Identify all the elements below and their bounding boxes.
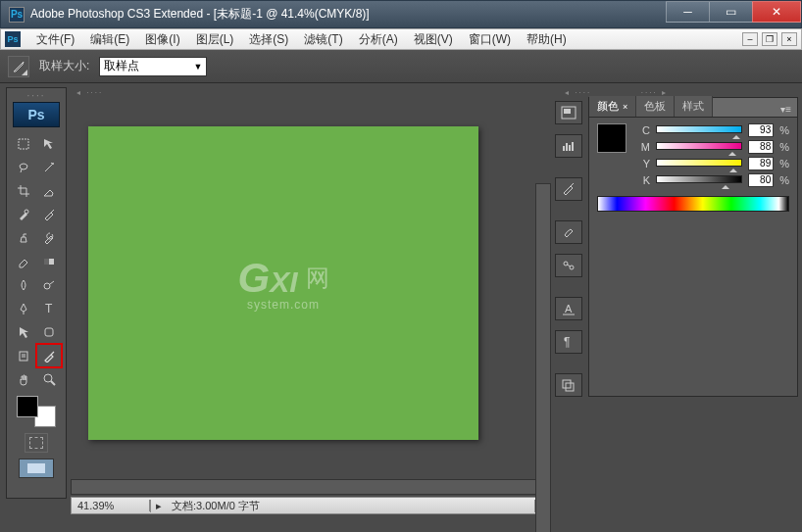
clone-stamp-tool[interactable] [12, 227, 35, 249]
styles-tab[interactable]: 样式 [675, 96, 713, 117]
svg-rect-7 [45, 328, 53, 336]
menu-layer[interactable]: 图层(L) [188, 29, 242, 50]
move-tool[interactable] [37, 133, 61, 155]
magic-wand-tool[interactable] [37, 157, 61, 178]
document-canvas[interactable]: GXI网 system.com [88, 126, 478, 440]
cyan-slider-row: C 93 % [636, 123, 789, 137]
healing-brush-tool[interactable] [12, 204, 35, 225]
eraser-tool[interactable] [12, 251, 35, 272]
clone-source-panel-icon[interactable] [555, 254, 582, 277]
marquee-tool[interactable] [12, 133, 35, 155]
crop-tool[interactable] [12, 180, 35, 202]
quick-mask-toggle[interactable] [25, 433, 48, 453]
menu-help[interactable]: 帮助(H) [519, 29, 575, 50]
eyedropper-tool[interactable] [37, 345, 61, 366]
ps-logo: Ps [13, 102, 60, 127]
screen-mode-toggle[interactable] [19, 459, 54, 478]
menu-file[interactable]: 文件(F) [28, 29, 82, 50]
cyan-slider[interactable] [656, 125, 742, 135]
right-dock: ◂ ···· ···· ▸ A ¶ 颜色× 色板 样式 ▾≡ [555, 83, 802, 514]
panel-tabs: 颜色× 色板 样式 ▾≡ [589, 98, 797, 118]
svg-point-2 [25, 210, 28, 214]
maximize-button[interactable]: ▭ [709, 1, 753, 23]
app-icon: Ps [9, 7, 25, 23]
close-button[interactable]: ✕ [752, 1, 801, 23]
yellow-value-input[interactable]: 89 [748, 157, 774, 170]
yellow-label: Y [636, 158, 650, 169]
magenta-slider-row: M 88 % [636, 140, 789, 154]
svg-point-11 [44, 374, 52, 382]
document-info[interactable]: 文档:3.00M/0 字节 [166, 499, 534, 513]
menu-image[interactable]: 图像(I) [137, 29, 187, 50]
svg-rect-18 [572, 142, 574, 151]
layer-comps-panel-icon[interactable] [555, 373, 582, 397]
cyan-value-input[interactable]: 93 [748, 123, 774, 137]
toolbox-grip[interactable] [17, 92, 56, 98]
type-tool[interactable]: T [37, 298, 61, 319]
menu-bar: Ps 文件(F) 编辑(E) 图像(I) 图层(L) 选择(S) 滤镜(T) 分… [0, 28, 802, 50]
menu-view[interactable]: 视图(V) [406, 29, 461, 50]
dodge-tool[interactable] [37, 274, 61, 296]
yellow-slider[interactable] [656, 159, 742, 169]
character-panel-icon[interactable]: A [555, 297, 582, 320]
dock-icon-column: A ¶ [555, 97, 584, 397]
notes-tool[interactable] [12, 345, 35, 366]
color-spectrum[interactable] [597, 196, 789, 212]
options-bar: 取样大小: 取样点 ▼ [0, 50, 802, 83]
shape-tool[interactable] [37, 321, 61, 343]
paragraph-panel-icon[interactable]: ¶ [555, 330, 582, 354]
lasso-tool[interactable] [12, 157, 35, 178]
current-tool-icon[interactable] [8, 56, 29, 77]
vertical-scrollbar[interactable] [535, 183, 551, 532]
hand-tool[interactable] [12, 368, 35, 390]
minimize-button[interactable]: ─ [666, 1, 710, 23]
zoom-tool[interactable] [37, 368, 61, 390]
gradient-tool[interactable] [37, 251, 61, 272]
foreground-color-swatch[interactable] [17, 396, 38, 417]
menu-select[interactable]: 选择(S) [241, 29, 296, 50]
doc-restore-button[interactable]: ❐ [762, 32, 777, 46]
menu-filter[interactable]: 滤镜(T) [296, 29, 350, 50]
menu-window[interactable]: 窗口(W) [461, 29, 519, 50]
pen-tool[interactable] [12, 298, 35, 319]
svg-text:¶: ¶ [564, 335, 570, 349]
black-slider-row: K 80 % [636, 173, 789, 187]
svg-rect-14 [564, 109, 571, 114]
color-preview-swatch[interactable] [597, 123, 627, 153]
svg-rect-3 [44, 259, 54, 265]
navigator-panel-icon[interactable] [555, 101, 582, 124]
sample-size-select[interactable]: 取样点 ▼ [99, 57, 207, 76]
doc-close-button[interactable]: × [781, 32, 797, 46]
percent-label: % [779, 141, 789, 153]
magenta-value-input[interactable]: 88 [748, 140, 774, 154]
svg-text:A: A [565, 303, 573, 314]
histogram-panel-icon[interactable] [555, 134, 582, 158]
history-brush-tool[interactable] [37, 227, 61, 249]
close-tab-icon[interactable]: × [623, 102, 627, 112]
blur-tool[interactable] [12, 274, 35, 296]
canvas-viewport[interactable]: GXI网 system.com [71, 97, 551, 479]
black-slider[interactable] [656, 175, 742, 185]
doc-minimize-button[interactable]: – [742, 32, 758, 46]
zoom-level[interactable]: 41.39% [72, 500, 150, 511]
slice-tool[interactable] [37, 180, 61, 202]
panel-menu-icon[interactable]: ▾≡ [775, 102, 797, 117]
menu-edit[interactable]: 编辑(E) [82, 29, 137, 50]
canvas-grip[interactable]: ◂ ···· [71, 87, 551, 97]
svg-text:T: T [45, 302, 53, 315]
svg-point-21 [570, 266, 574, 269]
path-selection-tool[interactable] [12, 321, 35, 343]
status-arrow-icon[interactable]: ▸ [150, 500, 166, 512]
menu-analysis[interactable]: 分析(A) [351, 29, 406, 50]
percent-label: % [779, 124, 789, 136]
brush-tool[interactable] [37, 204, 61, 225]
magenta-slider[interactable] [656, 142, 742, 152]
tool-presets-panel-icon[interactable] [555, 177, 582, 201]
color-tab[interactable]: 颜色× [589, 96, 636, 117]
horizontal-scrollbar[interactable] [71, 479, 551, 495]
brush-panel-icon[interactable] [555, 220, 582, 244]
black-value-input[interactable]: 80 [748, 173, 774, 187]
swatches-tab[interactable]: 色板 [636, 96, 675, 117]
color-panel: 颜色× 色板 样式 ▾≡ C 93 [588, 97, 798, 397]
color-swatches[interactable] [17, 396, 56, 427]
